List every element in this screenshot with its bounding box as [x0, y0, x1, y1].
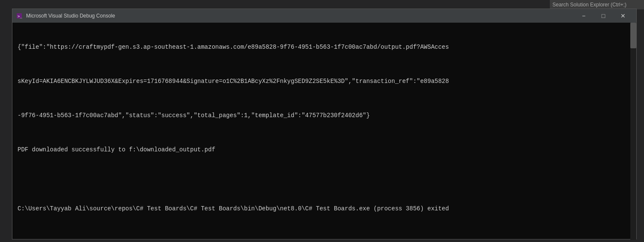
search-box-text: Search Solution Explorer (Ctrl+;) — [552, 2, 626, 8]
console-line: sKeyId=AKIA6ENCBKJYLWJUD36X&Expires=1716… — [18, 77, 631, 86]
console-line: with code 0. — [18, 239, 631, 239]
console-line: PDF downloaded successfully to f:\downlo… — [18, 145, 631, 154]
minimize-button[interactable]: − — [574, 9, 594, 23]
window-title: Microsoft Visual Studio Debug Console — [26, 13, 574, 19]
scrollbar-thumb[interactable] — [630, 23, 636, 48]
console-line: {"file":"https://craftmypdf-gen.s3.ap-so… — [18, 43, 631, 52]
console-content[interactable]: {"file":"https://craftmypdf-gen.s3.ap-so… — [12, 23, 636, 239]
svg-text:>_: >_ — [18, 14, 22, 18]
window-controls: − □ ✕ — [574, 9, 633, 23]
title-bar: >_ Microsoft Visual Studio Debug Console… — [12, 9, 636, 23]
close-button[interactable]: ✕ — [613, 9, 633, 23]
console-line: C:\Users\Tayyab Ali\source\repos\C# Test… — [18, 204, 631, 213]
debug-console-icon: >_ — [16, 12, 23, 19]
maximize-button[interactable]: □ — [594, 9, 613, 23]
console-window: >_ Microsoft Visual Studio Debug Console… — [12, 9, 637, 239]
scrollbar[interactable] — [630, 23, 636, 240]
search-box[interactable]: Search Solution Explorer (Ctrl+;) — [550, 0, 644, 9]
console-line: -9f76-4951-b563-1f7c00ac7abd","status":"… — [18, 111, 631, 120]
